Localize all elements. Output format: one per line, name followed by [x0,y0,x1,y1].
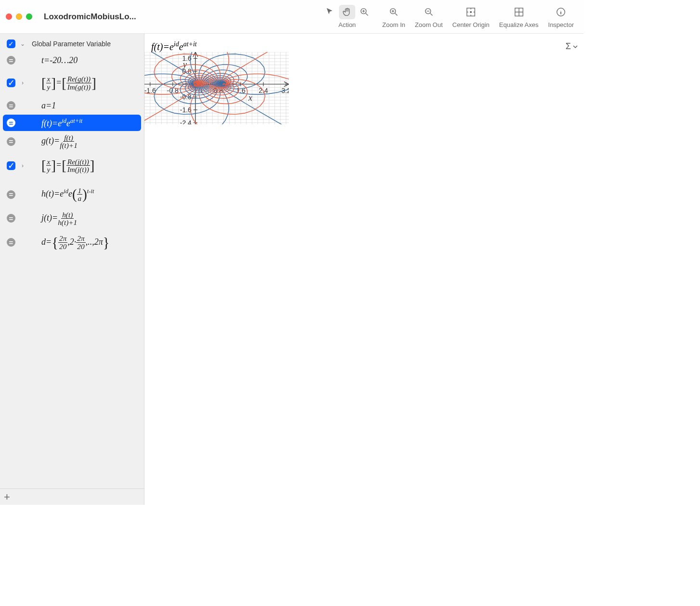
plot-title: f(t)=eideat+it [151,40,197,53]
window-controls [6,13,32,20]
inspector-button[interactable]: Inspector [544,4,578,29]
info-icon [556,7,566,17]
hand-icon [342,7,352,17]
expression: [xy]=[Re(j(t))Im(j(t))] [30,158,140,173]
pointer-tool[interactable] [322,5,338,19]
equals-badge[interactable]: = [7,119,15,127]
expression: j(t)=h(t)h(t)+1 [30,211,140,226]
visibility-checkbox[interactable]: ✓ [7,79,15,87]
action-label: Action [338,21,356,28]
expression: f(t)=eideat+it [30,118,137,129]
svg-text:-0.8: -0.8 [180,93,192,101]
toolbar: LoxodromicMobiusLo... Action [0,0,583,34]
equals-badge[interactable]: = [7,238,15,247]
expression: t=-20…20 [30,55,140,66]
svg-point-4 [470,12,472,13]
zoom-in-button[interactable]: Zoom In [378,4,409,29]
equals-badge[interactable]: = [7,137,15,146]
svg-text:-1.6: -1.6 [180,106,192,114]
visibility-checkbox[interactable]: ✓ [7,40,15,48]
action-tool-group: Action [318,4,376,29]
add-definition-button[interactable]: + [0,488,144,505]
plot-area[interactable]: f(t)=eideat+it Σ -1.6-0.800.81.62.43.2-2… [144,34,583,505]
close-window-button[interactable] [6,13,12,20]
disclosure-triangle[interactable]: › [19,79,26,86]
document-title: LoxodromicMobiusLo... [44,12,136,22]
equalize-axes-icon [514,7,524,17]
definition-list: ✓⌄Global Parameter Variable=t=-20…20✓›[x… [0,34,144,488]
sidebar-header-label: Global Parameter Variable [30,40,140,48]
expression: g(t)=f(t)f(t)+1 [30,134,140,149]
svg-text:y: y [182,60,187,69]
zoom-in-icon [389,7,399,17]
magnifier-plus-icon [359,7,370,17]
definition-row[interactable]: =f(t)=eideat+it [3,115,141,131]
definition-row[interactable]: =h(t)=eide(1a)t-it [0,180,144,209]
expression: a=1 [30,101,140,111]
equals-badge[interactable]: = [7,101,15,110]
definition-row[interactable]: =t=-20…20 [0,52,144,68]
definition-row[interactable]: =j(t)=h(t)h(t)+1 [0,209,144,228]
visibility-checkbox[interactable]: ✓ [7,161,15,170]
center-origin-button[interactable]: Center Origin [449,4,493,29]
zoom-out-icon [424,7,434,17]
svg-text:2.4: 2.4 [259,87,268,94]
hand-tool[interactable] [339,5,355,19]
equals-badge[interactable]: = [7,190,15,199]
pointer-icon [324,7,335,17]
sidebar-header[interactable]: ✓⌄Global Parameter Variable [0,36,144,52]
zoom-window-button[interactable] [26,13,32,20]
sidebar: ✓⌄Global Parameter Variable=t=-20…20✓›[x… [0,34,144,505]
equalize-axes-button[interactable]: Equalize Axes [495,4,543,29]
definition-row[interactable]: ✓›[xy]=[Re(g(t))Im(g(t))] [0,68,144,97]
plot-series-menu[interactable]: Σ [566,41,578,52]
svg-text:-2.4: -2.4 [180,119,192,124]
chevron-down-icon [573,44,578,49]
equals-badge[interactable]: = [7,214,15,223]
disclosure-triangle[interactable]: ⌄ [19,40,26,47]
definition-row[interactable]: ✓›[xy]=[Re(j(t))Im(j(t))] [0,151,144,180]
sigma-icon: Σ [566,41,571,52]
zoom-out-button[interactable]: Zoom Out [411,4,447,29]
zoom-tool[interactable] [356,5,373,19]
definition-row[interactable]: =a=1 [0,97,144,114]
expression: [xy]=[Re(g(t))Im(g(t))] [30,75,140,91]
disclosure-triangle[interactable]: › [19,162,26,169]
expression: d={2π20,2·2π20,..,2π} [30,235,140,250]
definition-row[interactable]: =g(t)=f(t)f(t)+1 [0,132,144,151]
plot-canvas[interactable]: -1.6-0.800.81.62.43.2-2.4-1.6-0.80.81.6x… [144,52,289,124]
minimize-window-button[interactable] [16,13,22,20]
center-origin-icon [466,7,476,17]
expression: h(t)=eide(1a)t-it [30,186,140,202]
definition-row[interactable]: =d={2π20,2·2π20,..,2π} [0,228,144,257]
equals-badge[interactable]: = [7,56,15,65]
